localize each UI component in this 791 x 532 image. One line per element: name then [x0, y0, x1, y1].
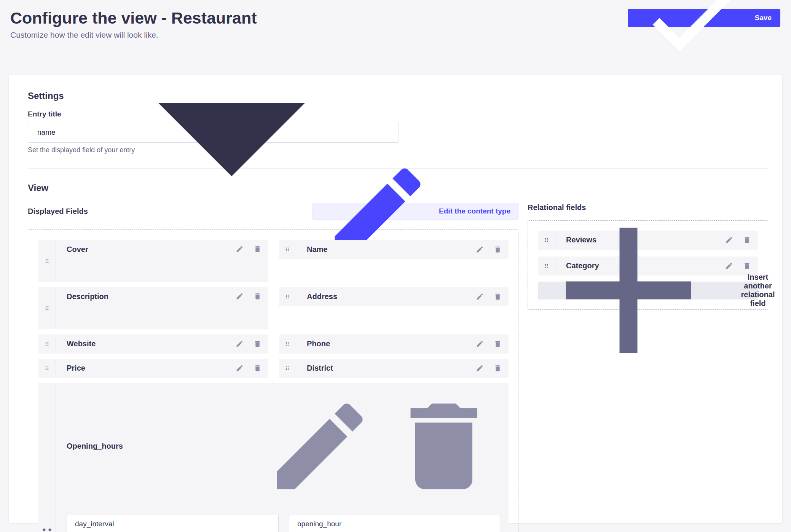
edit-field-button[interactable]	[476, 293, 484, 301]
drag-handle[interactable]	[38, 359, 56, 378]
drag-handle[interactable]	[279, 287, 296, 306]
relational-fields-dropzone: ReviewsCategory Insert another relationa…	[528, 220, 768, 310]
edit-content-type-label: Edit the content type	[439, 207, 510, 215]
entry-title-select[interactable]: name	[28, 122, 399, 143]
delete-field-button[interactable]	[494, 364, 502, 372]
insert-another-relational-field-button[interactable]: Insert another relational field	[538, 282, 758, 299]
field-card-label: Phone	[307, 339, 466, 348]
card-body: Phone	[296, 334, 509, 354]
displayed-fields-column: Displayed Fields Edit the content type C…	[28, 203, 518, 532]
card-body: District	[296, 359, 509, 378]
edit-content-type-button[interactable]: Edit the content type	[313, 203, 518, 220]
edit-field-button[interactable]	[236, 364, 244, 372]
plus-icon	[521, 183, 736, 398]
edit-field-button[interactable]	[476, 364, 484, 372]
field-card-label: Price	[67, 364, 226, 373]
field-card-label: District	[307, 364, 466, 373]
field-card-label: Website	[67, 339, 226, 348]
trash-icon	[494, 364, 502, 372]
drag-handle[interactable]	[279, 240, 296, 259]
fields-grid: CoverNameDescriptionAddressWebsitePhoneP…	[38, 240, 508, 532]
delete-field-button[interactable]	[743, 236, 751, 244]
card-body: Description	[56, 287, 268, 329]
trash-icon	[494, 293, 502, 301]
page-header: Configure the view - Restaurant Customiz…	[0, 0, 791, 40]
pencil-icon	[236, 245, 244, 253]
displayed-fields-dropzone: CoverNameDescriptionAddressWebsitePhoneP…	[28, 229, 518, 532]
edit-field-button[interactable]	[236, 245, 244, 253]
field-card-label: Description	[67, 292, 226, 301]
save-button[interactable]: Save	[628, 9, 780, 27]
field-card-price: Price	[38, 359, 268, 378]
drag-handle[interactable]	[38, 334, 56, 354]
delete-field-button[interactable]	[254, 245, 262, 253]
card-body: Cover	[56, 240, 268, 282]
trash-icon	[494, 340, 502, 348]
pencil-icon	[476, 340, 484, 348]
field-card-label: Address	[307, 292, 466, 301]
delete-field-button[interactable]	[254, 292, 262, 300]
relational-fields-column: Relational fields ReviewsCategory Insert…	[528, 203, 768, 310]
drag-handle[interactable]	[279, 359, 296, 378]
trash-icon	[254, 292, 262, 300]
field-card-website: Website	[38, 334, 268, 354]
drag-handle[interactable]	[38, 287, 56, 329]
trash-icon	[254, 245, 262, 253]
card-body: Website	[56, 334, 268, 354]
pencil-icon	[236, 292, 244, 300]
field-card-cover: Cover	[38, 240, 268, 282]
check-icon	[636, 0, 751, 75]
edit-field-button[interactable]	[236, 292, 244, 300]
delete-field-button[interactable]	[254, 340, 262, 348]
delete-field-button[interactable]	[743, 262, 751, 270]
field-card-label: Name	[307, 245, 466, 254]
trash-icon	[743, 236, 751, 244]
field-card-address: Address	[279, 287, 509, 306]
view-columns: Displayed Fields Edit the content type C…	[28, 203, 768, 532]
delete-field-button[interactable]	[254, 364, 262, 372]
card-body: Address	[296, 287, 509, 306]
save-button-label: Save	[755, 14, 772, 22]
field-card-phone: Phone	[279, 334, 509, 354]
delete-field-button[interactable]	[494, 340, 502, 348]
plus-icon	[26, 468, 490, 532]
field-card-description: Description	[38, 287, 268, 329]
drag-handle[interactable]	[38, 240, 56, 282]
component-label: Opening_hours	[67, 442, 253, 451]
trash-icon	[494, 245, 502, 253]
edit-field-button[interactable]	[476, 340, 484, 348]
card-body: Price	[56, 359, 268, 378]
pencil-icon	[236, 364, 244, 372]
trash-icon	[254, 364, 262, 372]
edit-field-button[interactable]	[476, 245, 484, 253]
delete-field-button[interactable]	[494, 293, 502, 301]
delete-field-button[interactable]	[494, 245, 502, 253]
pencil-icon	[476, 364, 484, 372]
displayed-fields-label: Displayed Fields	[28, 207, 88, 216]
displayed-fields-header: Displayed Fields Edit the content type	[28, 203, 518, 220]
drag-handle[interactable]	[279, 334, 296, 354]
main-card: Settings Entry title name Set the displa…	[9, 75, 782, 523]
pencil-icon	[476, 245, 484, 253]
pencil-icon	[476, 293, 484, 301]
trash-icon	[254, 340, 262, 348]
edit-field-button[interactable]	[236, 340, 244, 348]
pencil-icon	[236, 340, 244, 348]
entry-title-select-value: name	[37, 128, 56, 137]
insert-another-relational-field-label: Insert another relational field	[741, 273, 775, 308]
trash-icon	[743, 262, 751, 270]
field-card-name: Name	[279, 240, 509, 259]
field-card-label: Cover	[67, 245, 226, 254]
field-card-district: District	[279, 359, 509, 378]
card-body: Name	[296, 240, 509, 259]
